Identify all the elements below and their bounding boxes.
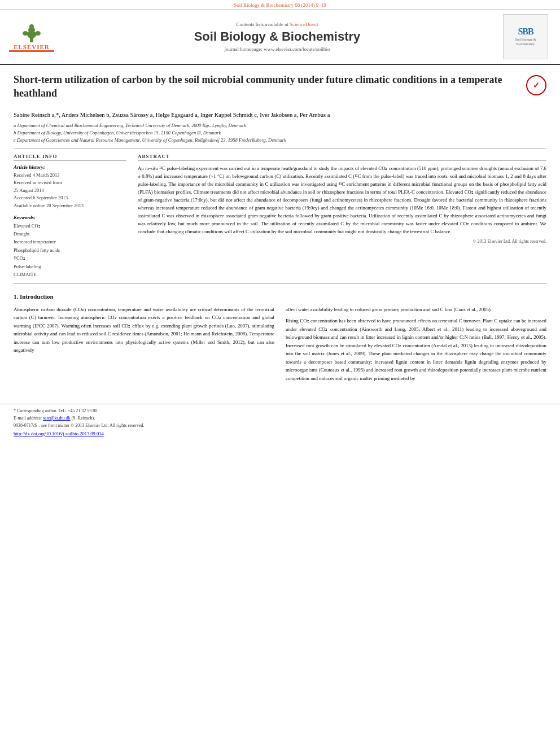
body-left-col: Atmospheric carbon dioxide (CO₂) concent…: [14, 305, 274, 386]
keyword-3: Increased temperature: [14, 238, 126, 246]
affiliations: a Department of Chemical and Biochemical…: [14, 122, 546, 143]
article-title-section: Short-term utilization of carbon by the …: [14, 73, 546, 105]
abstract-heading: ABSTRACT: [138, 154, 546, 161]
svg-point-3: [29, 24, 34, 29]
article-title: Short-term utilization of carbon by the …: [14, 73, 526, 101]
elsevier-bar-decoration: [9, 50, 54, 52]
introduction-section: 1. Introduction Atmospheric carbon dioxi…: [14, 293, 546, 386]
keyword-1: Elevated CO₂: [14, 222, 126, 230]
keywords-heading: Keywords:: [14, 215, 126, 220]
article-history-heading: Article history:: [14, 164, 126, 170]
crossmark-icon: ✓: [533, 81, 540, 90]
sciencedirect-link[interactable]: ScienceDirect: [290, 21, 318, 27]
affiliation-a: a Department of Chemical and Biochemical…: [14, 122, 546, 129]
crossmark-badge: ✓: [526, 75, 546, 95]
footnote-issn-line: 0038-0717/$ – see front matter © 2013 El…: [14, 422, 546, 430]
abstract-text: An in-situ ¹³C pulse-labeling experiment…: [138, 164, 546, 236]
section1-heading: 1. Introduction: [14, 293, 546, 300]
received-revised-label: Received in revised form: [14, 179, 126, 187]
journal-ref-bar: Soil Biology & Biochemistry 68 (2014) 9–…: [0, 0, 560, 10]
sciencedirect-line: Contents lists available at ScienceDirec…: [63, 21, 491, 27]
logo-sub: Soil Biology & Biochemistry: [506, 38, 545, 47]
body-p2: affect water availability leading to red…: [286, 305, 546, 314]
elsevier-name-text: ELSEVIER: [14, 43, 50, 50]
body-p1: Atmospheric carbon dioxide (CO₂) concent…: [14, 305, 274, 355]
affiliation-b: b Department of Biology, University of C…: [14, 129, 546, 137]
keyword-5: ¹³CO₂: [14, 254, 126, 262]
keyword-4: Phospholipid fatty acids: [14, 246, 126, 254]
body-p3: Rising CO₂ concentration has been observ…: [286, 317, 546, 382]
footnote-star-line: * Corresponding author. Tel.: +45 21 32 …: [14, 408, 546, 415]
journal-ref-text: Soil Biology & Biochemistry 68 (2014) 9–…: [234, 2, 326, 8]
journal-right-logo: SBB Soil Biology & Biochemistry: [500, 14, 551, 59]
svg-rect-0: [30, 38, 33, 42]
divider-bottom: [14, 283, 546, 284]
elsevier-logo-block: ELSEVIER: [9, 22, 54, 52]
journal-homepage: journal homepage: www.elsevier.com/locat…: [63, 46, 491, 52]
journal-logo-box: SBB Soil Biology & Biochemistry: [503, 14, 548, 59]
journal-title: Soil Biology & Biochemistry: [63, 29, 491, 44]
keyword-6: Pulse-labeling: [14, 263, 126, 270]
journal-header-center: Contents lists available at ScienceDirec…: [54, 21, 500, 52]
footnote-email-suffix: (S. Reinsch).: [72, 416, 95, 421]
doi-line: http://dx.doi.org/10.1016/j.soilbio.2013…: [14, 431, 546, 436]
accepted-date: Accepted 6 September 2013: [14, 194, 126, 202]
journal-header: ELSEVIER Contents lists available at Sci…: [0, 10, 560, 65]
left-column: ARTICLE INFO Article history: Received 4…: [14, 154, 126, 279]
received-date: Received 4 March 2013: [14, 172, 126, 180]
received-revised-date: 25 August 2013: [14, 187, 126, 195]
right-column: ABSTRACT An in-situ ¹³C pulse-labeling e…: [138, 154, 546, 279]
keyword-2: Drought: [14, 230, 126, 238]
body-right-col: affect water availability leading to red…: [286, 305, 546, 386]
svg-point-4: [23, 31, 28, 36]
footnote-email-label: E-mail address:: [14, 416, 42, 421]
keyword-7: CLIMAITE: [14, 270, 126, 278]
body-two-column: Atmospheric carbon dioxide (CO₂) concent…: [14, 305, 546, 386]
footnote-email-line: E-mail address: sare@kt.dtu.dk (S. Reins…: [14, 415, 546, 422]
svg-point-5: [35, 31, 41, 36]
affiliation-c: c Department of Geosciences and Natural …: [14, 137, 546, 144]
page-footer: * Corresponding author. Tel.: +45 21 32 …: [0, 404, 560, 440]
doi-link[interactable]: http://dx.doi.org/10.1016/j.soilbio.2013…: [14, 431, 104, 436]
elsevier-tree-icon: [18, 22, 46, 43]
article-info-abstract: ARTICLE INFO Article history: Received 4…: [14, 154, 546, 279]
footnote-issn-text: 0038-0717/$ – see front matter © 2013 El…: [14, 423, 145, 428]
divider-top: [14, 148, 546, 149]
logo-text: SBB: [518, 27, 533, 37]
main-content: Short-term utilization of carbon by the …: [0, 65, 560, 392]
copyright-line: © 2013 Elsevier Ltd. All rights reserved…: [138, 239, 546, 244]
footnote-star-text: * Corresponding author. Tel.: +45 21 32 …: [14, 408, 98, 413]
footnote-email-link[interactable]: sare@kt.dtu.dk: [43, 416, 71, 421]
article-info-heading: ARTICLE INFO: [14, 154, 126, 161]
authors-line: Sabine Reinsch a,*, Anders Michelsen b, …: [14, 111, 546, 120]
authors-text: Sabine Reinsch a,*, Anders Michelsen b, …: [14, 112, 330, 118]
available-date: Available online 20 September 2013: [14, 202, 126, 210]
